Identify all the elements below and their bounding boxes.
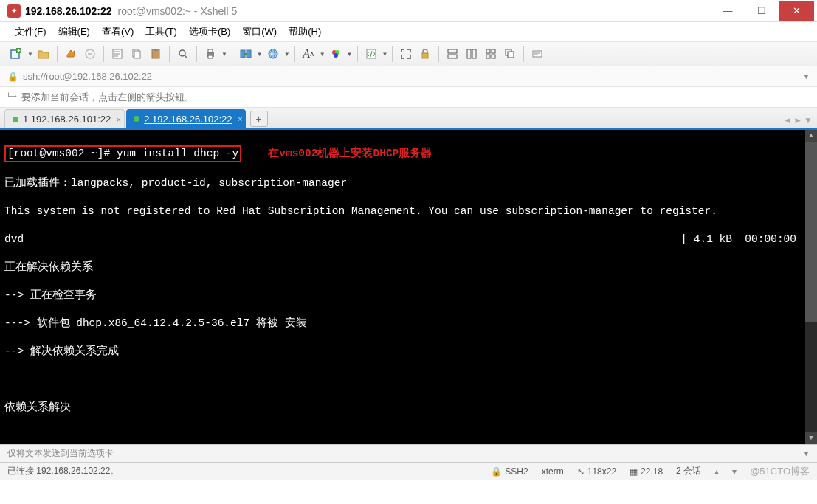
dropdown-icon[interactable]: ▼ xyxy=(257,51,263,58)
menu-view[interactable]: 查看(V) xyxy=(97,24,138,40)
dropdown-icon[interactable]: ▼ xyxy=(320,51,325,58)
dropdown-icon[interactable]: ▼ xyxy=(221,51,227,58)
separator xyxy=(357,46,358,62)
status-cursor: ▦ 22,18 xyxy=(630,466,663,477)
tab-bar: 1 192.168.26.101:22 × 2 192.168.26.102:2… xyxy=(0,108,817,130)
close-tab-icon[interactable]: × xyxy=(117,115,121,124)
globe-icon[interactable] xyxy=(264,45,282,63)
disconnect-icon[interactable] xyxy=(81,45,99,63)
menu-bar: 文件(F) 编辑(E) 查看(V) 工具(T) 选项卡(B) 窗口(W) 帮助(… xyxy=(0,22,817,41)
close-tab-icon[interactable]: × xyxy=(238,114,242,123)
tab-list-icon[interactable]: ▼ xyxy=(804,115,813,125)
dropdown-icon[interactable]: ▼ xyxy=(284,51,290,58)
separator xyxy=(294,46,295,62)
dropdown-icon[interactable]: ▼ xyxy=(27,51,33,58)
svg-rect-24 xyxy=(486,49,490,53)
separator xyxy=(196,46,197,62)
svg-rect-21 xyxy=(448,55,457,58)
status-ssh: 🔒SSH2 xyxy=(491,466,528,477)
status-dot-icon xyxy=(134,116,139,122)
fullscreen-icon[interactable] xyxy=(397,45,415,63)
svg-rect-11 xyxy=(208,55,213,58)
svg-point-17 xyxy=(334,53,338,58)
menu-file[interactable]: 文件(F) xyxy=(10,24,51,40)
menu-edit[interactable]: 编辑(E) xyxy=(54,24,94,40)
scroll-up-icon[interactable]: ▲ xyxy=(805,130,817,142)
lock-icon[interactable] xyxy=(416,45,434,63)
resize-icon: ⤡ xyxy=(577,466,585,477)
reconnect-icon[interactable] xyxy=(62,45,80,63)
svg-rect-19 xyxy=(422,53,428,58)
separator xyxy=(103,46,104,62)
address-text[interactable]: ssh://root@192.168.26.102:22 xyxy=(23,71,803,82)
term-line: | 4.1 kB 00:00:00 xyxy=(680,232,813,246)
input-note-text: 仅将文本发送到当前选项卡 xyxy=(7,447,114,460)
terminal[interactable]: [root@vms002 ~]# yum install dhcp -y在vms… xyxy=(0,130,817,444)
separator xyxy=(392,46,393,62)
dropdown-icon[interactable]: ▼ xyxy=(347,51,353,58)
term-line: --> 正在检查事务 xyxy=(4,289,813,303)
svg-point-8 xyxy=(179,50,185,56)
arrow-icon[interactable]: ⮡ xyxy=(7,92,17,103)
separator xyxy=(169,46,170,62)
new-session-icon[interactable] xyxy=(7,45,25,63)
scroll-thumb[interactable] xyxy=(805,130,817,322)
menu-tools[interactable]: 工具(T) xyxy=(141,24,182,40)
term-line: 依赖关系解决 xyxy=(4,401,813,415)
print-icon[interactable] xyxy=(201,45,219,63)
separator xyxy=(438,46,439,62)
tab-next-icon[interactable]: ► xyxy=(793,115,802,125)
separator xyxy=(57,46,58,62)
tile-grid-icon[interactable] xyxy=(482,45,500,63)
maximize-button[interactable]: ☐ xyxy=(745,1,779,21)
menu-help[interactable]: 帮助(H) xyxy=(284,24,325,40)
svg-rect-22 xyxy=(467,49,471,58)
chevron-down-icon[interactable]: ▾ xyxy=(732,466,737,477)
svg-rect-23 xyxy=(472,49,476,58)
cascade-icon[interactable] xyxy=(501,45,519,63)
compose-icon[interactable] xyxy=(528,45,546,63)
status-connection: 已连接 192.168.26.102:22。 xyxy=(7,465,478,477)
term-line: 正在解决依赖关系 xyxy=(4,260,813,275)
separator xyxy=(232,46,232,62)
tab-prev-icon[interactable]: ◄ xyxy=(783,115,792,125)
script-icon[interactable] xyxy=(362,45,380,63)
term-line: 已加载插件：langpacks, product-id, subscriptio… xyxy=(4,176,813,190)
svg-rect-30 xyxy=(533,51,542,57)
tile-h-icon[interactable] xyxy=(444,45,461,63)
session-tab-2[interactable]: 2 192.168.26.102:22 × xyxy=(126,109,245,128)
hint-text: 要添加当前会话，点击左侧的箭头按钮。 xyxy=(21,91,194,104)
dropdown-icon[interactable]: ▼ xyxy=(803,73,810,80)
session-tab-1[interactable]: 1 192.168.26.101:22 × xyxy=(4,109,125,128)
scroll-down-icon[interactable]: ▼ xyxy=(805,432,817,444)
svg-rect-7 xyxy=(154,49,158,51)
command: yum install dhcp -y xyxy=(117,148,238,159)
svg-rect-10 xyxy=(208,49,213,52)
window-controls: — ☐ ✕ xyxy=(711,1,814,21)
font-icon[interactable]: Aᴀ xyxy=(300,45,317,63)
tile-v-icon[interactable] xyxy=(463,45,480,63)
menu-tabs[interactable]: 选项卡(B) xyxy=(185,24,235,40)
lock-icon: 🔒 xyxy=(491,466,502,477)
chevron-up-icon[interactable]: ▴ xyxy=(714,466,719,477)
paste-icon[interactable] xyxy=(147,45,165,63)
tab-label: 1 192.168.26.101:22 xyxy=(23,114,111,125)
menu-window[interactable]: 窗口(W) xyxy=(238,24,281,40)
properties-icon[interactable] xyxy=(108,45,126,63)
copy-icon[interactable] xyxy=(128,45,145,63)
svg-rect-29 xyxy=(508,52,514,58)
app-icon: ✦ xyxy=(7,4,21,18)
status-geometry: ⤡ 118x22 xyxy=(577,466,616,477)
hint-bar: ⮡ 要添加当前会话，点击左侧的箭头按钮。 xyxy=(0,87,817,108)
address-bar: 🔒 ssh://root@192.168.26.102:22 ▼ xyxy=(0,66,817,87)
dropdown-icon[interactable]: ▼ xyxy=(382,51,388,58)
minimize-button[interactable]: — xyxy=(711,1,745,21)
find-icon[interactable] xyxy=(174,45,192,63)
close-button[interactable]: ✕ xyxy=(779,1,814,21)
open-icon[interactable] xyxy=(35,45,52,63)
color-icon[interactable] xyxy=(327,45,345,63)
add-tab-button[interactable]: + xyxy=(250,111,268,127)
svg-rect-25 xyxy=(492,49,495,53)
dropdown-icon[interactable]: ▼ xyxy=(803,450,810,458)
transfer-icon[interactable] xyxy=(237,45,255,63)
